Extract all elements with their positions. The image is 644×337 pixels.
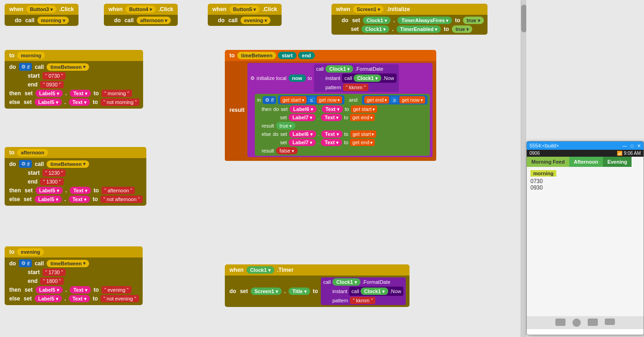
timer-pattern-val: " kkmm " [350,297,375,304]
block-canvas: when Button3 .Click do call morning when… [0,0,526,337]
label5-afternoon-else[interactable]: Label5 [35,196,62,203]
set-s2: set [350,26,360,32]
scrollbar-thumb[interactable] [521,5,526,32]
morning-name-pill[interactable]: morning [17,52,45,59]
evening-call-pill[interactable]: evening [241,17,271,24]
time-0730: 0730 [530,178,640,184]
evening-name-pill[interactable]: evening [17,248,44,256]
true-val-2[interactable]: true [452,25,473,33]
set-s1: set [351,17,361,24]
home-btn[interactable] [572,319,581,327]
do-label-4: do [113,17,122,24]
label5-afternoon-then[interactable]: Label5 [36,187,63,194]
call-label: call [24,17,36,24]
morning-start-val: " 0730 " [42,72,66,80]
timebetween-evening-pill[interactable]: timeBetween [47,260,89,267]
morning-call-pill[interactable]: morning [37,17,69,24]
afternoon-else-val: " not afternoon " [101,196,143,203]
timer-enabled-pill[interactable]: TimerEnabled [397,25,441,33]
scrollbar[interactable] [521,0,526,337]
maximize-icon[interactable]: □ [631,143,633,148]
when-screen: when [335,6,351,12]
minimize-icon[interactable]: — [622,143,627,148]
text-evening-then[interactable]: Text [70,286,91,294]
forward-btn[interactable] [588,319,598,326]
label5-morning-then[interactable]: Label5 [36,90,63,97]
afternoon-btn[interactable]: Afternoon [569,157,603,167]
button5-pill[interactable]: Button5 [229,6,260,13]
button3-pill[interactable]: Button3 [26,6,57,13]
text-label7-then[interactable]: Text [321,114,342,121]
pattern-init-val: " kkmm " [343,84,368,91]
text-label6-else[interactable]: Text [321,130,343,138]
morning-feed-btn[interactable]: Morning Feed [527,157,569,167]
label5-evening-else[interactable]: Label5 [35,295,62,302]
text-afternoon-else[interactable]: Text [69,196,90,203]
nav-buttons: Morning Feed Afternoon Evening [527,157,644,167]
display-value: 0906 [530,151,540,156]
timer-always-fires-pill[interactable]: TimerAlwaysFires [397,17,452,24]
button5-click-block: when Button5 .Click do call evening [208,4,282,26]
time-0930: 0930 [530,184,640,191]
end-param-pill[interactable]: end [298,52,315,59]
text-afternoon-then[interactable]: Text [70,187,91,194]
true-val-1[interactable]: true [463,17,484,24]
label5-morning-else[interactable]: Label5 [35,98,62,106]
clock1-format-pill[interactable]: Clock1 [325,65,353,73]
result-true-val[interactable]: true [276,122,296,129]
evening-then-val: " evening " [102,286,131,294]
phone-titlebar: 5554:<build> — □ ✕ [527,141,644,150]
phone-bottom-nav [527,316,644,329]
afternoon-procedure-block: to afternoon do ⚙ if call timeBetween st… [5,147,146,206]
button4-pill[interactable]: Button4 [126,6,156,13]
menu-btn[interactable] [605,319,615,325]
afternoon-start-val: " 1230 " [42,169,66,177]
afternoon-call-pill[interactable]: afternoon [137,17,171,24]
start-param-pill[interactable]: start [278,52,296,59]
evening-btn[interactable]: Evening [603,157,632,167]
text-morning-then[interactable]: Text [70,90,91,97]
do-screen-label: do [341,17,349,24]
timebetween-def-pill[interactable]: timeBetween [237,52,276,59]
clock1-timer-enabled-pill[interactable]: Clock1 [361,25,389,33]
clock1-now-init-pill[interactable]: Clock1 [354,74,381,82]
button4-click-block: when Button4 .Click do call afternoon [104,4,178,26]
gear-icon-init: ⚙ [250,75,255,81]
evening-end-val: " 1800 " [40,277,63,285]
phone-title: 5554:<build> [530,143,559,148]
timebetween-afternoon-pill[interactable]: timeBetween [47,160,89,168]
phone-screen: 0906 📶 9:06 AM Morning Feed Afternoon Ev… [527,150,644,329]
screen1-title-pill[interactable]: Screen1 [251,288,282,295]
label6-else-1[interactable]: Label6 [289,130,316,138]
text-label7-else[interactable]: Text [321,139,342,146]
timebetween-morning-pill[interactable]: timeBetween [47,63,89,71]
clock1-timer-event-pill[interactable]: Clock1 [247,266,274,274]
screen1-pill[interactable]: Screen1 [353,6,384,13]
clock1-timer-fires-pill[interactable]: Clock1 [363,17,391,24]
text-label6-then[interactable]: Text [322,105,343,113]
label7-else-1[interactable]: Label7 [289,139,316,146]
clock1-now-timer-pill[interactable]: Clock1 [361,288,388,295]
result-false-val[interactable]: false [276,147,298,154]
close-icon[interactable]: ✕ [637,143,641,148]
afternoon-name-pill[interactable]: afternoon [17,149,48,156]
gear-icon: ⚙ [21,64,26,70]
init-label: .Initialize [385,6,411,12]
when-label-4: when [108,6,124,12]
text-evening-else[interactable]: Text [69,295,90,302]
clock1-formatdate-timer-pill[interactable]: Clock1 [332,278,360,286]
text-morning-else[interactable]: Text [69,98,90,106]
evening-procedure-block: to evening do ⚙ if call timeBetween star… [5,246,143,305]
title-prop-pill[interactable]: Title [289,288,310,295]
label6-then-1[interactable]: Label6 [289,105,317,113]
back-btn[interactable] [555,319,566,326]
now-var-pill[interactable]: now [289,74,306,82]
call-label-4: call [124,17,135,24]
label7-then-1[interactable]: Label7 [289,114,316,121]
label5-evening-then[interactable]: Label5 [36,286,63,294]
gear-if: ⚙ [265,97,270,103]
clock-timer-block: when Clock1 .Timer do set Screen1 . Titl… [225,264,409,307]
evening-start-val: " 1730 " [42,269,66,276]
screen1-init-block: when Screen1 .Initialize do set Clock1 .… [331,4,488,35]
afternoon-end-val: " 1300 " [40,178,63,185]
